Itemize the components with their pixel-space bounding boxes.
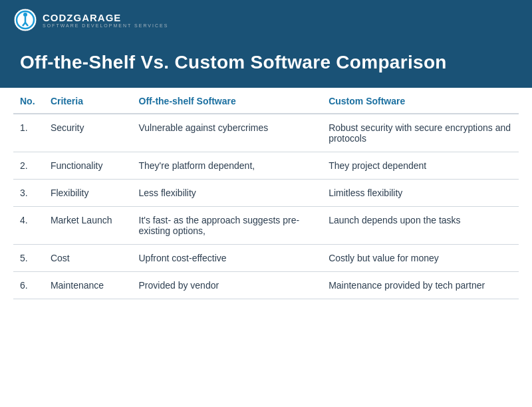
cell-custom-4: Launch depends upon the tasks: [322, 207, 519, 245]
cell-no-5: 5.: [13, 245, 44, 272]
cell-offshelf-4: It's fast- as the approach suggests pre-…: [132, 207, 323, 245]
cell-no-1: 1.: [13, 114, 44, 152]
table-header: No. Criteria Off-the-shelf Software Cust…: [13, 88, 519, 114]
table-body: 1.SecurityVulnerable against cybercrimes…: [13, 114, 519, 299]
svg-point-2: [23, 13, 27, 17]
cell-no-3: 3.: [13, 180, 44, 207]
cell-offshelf-3: Less flexibility: [132, 180, 323, 207]
logo-subtitle: Software Development Services: [43, 23, 168, 28]
col-header-criteria: Criteria: [44, 88, 132, 114]
cell-custom-3: Limitless flexibility: [322, 180, 519, 207]
cell-custom-2: They project dependent: [322, 152, 519, 180]
col-header-custom: Custom Software: [322, 88, 519, 114]
title-banner: Off-the-Shelf Vs. Custom Software Compar…: [0, 40, 532, 88]
cell-offshelf-2: They're platform dependent,: [132, 152, 323, 180]
table-row: 3.FlexibilityLess flexibilityLimitless f…: [13, 180, 519, 207]
cell-criteria-4: Market Launch: [44, 207, 132, 245]
table-header-row: No. Criteria Off-the-shelf Software Cust…: [13, 88, 519, 114]
col-header-offshelf: Off-the-shelf Software: [132, 88, 323, 114]
cell-criteria-3: Flexibility: [44, 180, 132, 207]
logo-area: CODZGARAGE Software Development Services: [13, 8, 168, 32]
cell-no-4: 4.: [13, 207, 44, 245]
cell-criteria-2: Functionality: [44, 152, 132, 180]
cell-no-2: 2.: [13, 152, 44, 180]
cell-criteria-5: Cost: [44, 245, 132, 272]
col-header-no: No.: [13, 88, 44, 114]
cell-custom-1: Robust security with secure encryptions …: [322, 114, 519, 152]
cell-criteria-1: Security: [44, 114, 132, 152]
comparison-table-container: No. Criteria Off-the-shelf Software Cust…: [0, 88, 532, 306]
table-row: 6.MaintenanceProvided by vendorMaintenan…: [13, 272, 519, 299]
table-row: 4.Market Launch It's fast- as the approa…: [13, 207, 519, 245]
table-row: 1.SecurityVulnerable against cybercrimes…: [13, 114, 519, 152]
cell-custom-5: Costly but value for money: [322, 245, 519, 272]
logo-icon: [13, 8, 37, 32]
comparison-table: No. Criteria Off-the-shelf Software Cust…: [13, 88, 519, 299]
logo-name: CODZGARAGE: [43, 12, 168, 23]
table-row: 5.CostUpfront cost-effectiveCostly but v…: [13, 245, 519, 272]
page-title: Off-the-Shelf Vs. Custom Software Compar…: [20, 52, 512, 73]
cell-custom-6: Maintenance provided by tech partner: [322, 272, 519, 299]
logo-text: CODZGARAGE Software Development Services: [43, 12, 168, 28]
cell-no-6: 6.: [13, 272, 44, 299]
cell-criteria-6: Maintenance: [44, 272, 132, 299]
page-header: CODZGARAGE Software Development Services: [0, 0, 532, 40]
table-row: 2.FunctionalityThey're platform dependen…: [13, 152, 519, 180]
cell-offshelf-5: Upfront cost-effective: [132, 245, 323, 272]
cell-offshelf-6: Provided by vendor: [132, 272, 323, 299]
cell-offshelf-1: Vulnerable against cybercrimes: [132, 114, 323, 152]
